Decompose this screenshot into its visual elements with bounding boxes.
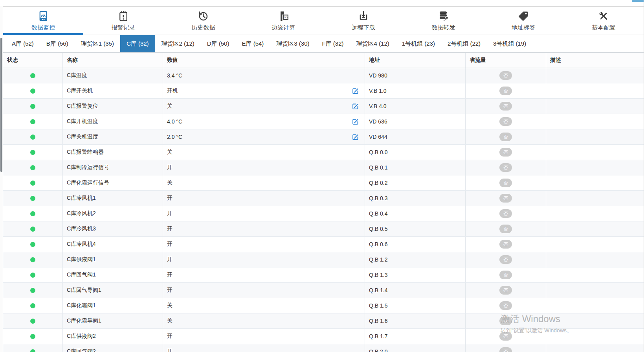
status-dot-green [30,135,35,140]
edit-value-icon[interactable] [352,88,359,94]
name-cell: C库关机温度 [63,129,163,144]
traffic-badge[interactable]: 否 [499,271,512,279]
edit-value-icon[interactable] [352,103,359,110]
traffic-badge[interactable]: 否 [499,301,512,310]
nav-item-3[interactable]: </> 边缘计算 [243,7,323,35]
tab-1[interactable]: B库 (56) [40,35,75,52]
data-points-table: 状态 名称 数值 地址 省流量 描述 C库温度 3.4 °C VD 980 否 … [3,52,644,352]
traffic-badge[interactable]: 否 [499,148,512,157]
traffic-badge[interactable]: 否 [499,71,512,80]
status-dot-green [30,150,35,155]
desc-cell [546,344,644,352]
traffic-badge[interactable]: 否 [499,102,512,111]
desc-cell [546,221,644,236]
traffic-badge[interactable]: 否 [499,209,512,218]
settings-tools-icon [598,10,609,22]
address-cell: V.B 1.0 [365,83,466,98]
address-cell: Q.B 0.4 [365,206,466,221]
status-dot-green [30,288,35,293]
tab-11[interactable]: 2号机组 (22) [441,35,487,52]
table-row: C库回气导阀1 开 Q.B 1.4 否 [3,283,644,298]
address-cell: Q.B 0.5 [365,221,466,236]
traffic-badge[interactable]: 否 [499,163,512,172]
name-cell: C库回气导阀1 [63,283,163,298]
status-dot-green [30,227,35,232]
alarm-log-icon [117,10,129,22]
nav-item-7[interactable]: 基本配置 [563,7,644,35]
header-value: 数值 [163,53,365,68]
left-scrollbar-thumb[interactable] [0,38,2,172]
nav-item-label: 数据转发 [432,24,455,31]
svg-text:</>: </> [283,16,288,19]
tab-3[interactable]: C库 (32) [120,35,155,52]
traffic-cell: 否 [466,237,546,252]
status-cell [3,283,63,298]
status-dot-green [30,119,35,124]
tab-2[interactable]: 理货区1 (35) [75,35,120,52]
tab-4[interactable]: 理货区2 (12) [155,35,201,52]
nav-item-1[interactable]: 报警记录 [83,7,163,35]
table-row: C库报警复位 关 V.B 4.0 否 [3,99,644,114]
traffic-cell: 否 [466,329,546,344]
status-cell [3,129,63,144]
traffic-badge[interactable]: 否 [499,117,512,126]
name-cell: C库制冷运行信号 [63,160,163,175]
value-text: 关 [167,149,172,156]
status-dot-green [30,242,35,247]
traffic-badge[interactable]: 否 [499,225,512,233]
desc-cell [546,68,644,83]
traffic-badge[interactable]: 否 [499,317,512,325]
tab-0[interactable]: A库 (52) [6,35,40,52]
value-cell: 2.0 °C [163,129,365,144]
tab-8[interactable]: F库 (32) [316,35,350,52]
status-cell [3,267,63,282]
value-text: 关 [167,302,172,309]
value-cell: 开 [163,344,365,352]
nav-item-4[interactable]: 远程下载 [323,7,404,35]
traffic-cell: 否 [466,68,546,83]
traffic-cell: 否 [466,298,546,313]
nav-item-label: 数据监控 [31,24,55,31]
name-cell: C库冷风机2 [63,206,163,221]
nav-item-label: 历史数据 [191,24,215,31]
desc-cell [546,160,644,175]
tab-9[interactable]: 理货区4 (12) [350,35,396,52]
tab-7[interactable]: 理货区3 (30) [270,35,316,52]
value-cell: 开 [163,267,365,282]
traffic-badge[interactable]: 否 [499,255,512,264]
value-text: 开 [167,348,172,352]
traffic-badge[interactable]: 否 [499,194,512,203]
traffic-badge[interactable]: 否 [499,87,512,95]
desc-cell [546,267,644,282]
tab-5[interactable]: D库 (50) [201,35,236,52]
desc-cell [546,145,644,160]
value-cell: 开 [163,329,365,344]
tab-label: 3号机组 (19) [493,40,526,48]
traffic-cell: 否 [466,83,546,98]
address-cell: Q.B 1.5 [365,298,466,313]
nav-item-label: 基本配置 [592,24,615,31]
traffic-badge[interactable]: 否 [499,347,512,352]
nav-item-0[interactable]: 数据监控 [3,7,83,35]
value-text: 开 [167,164,172,171]
tab-label: D库 (50) [207,40,229,48]
nav-item-2[interactable]: 历史数据 [163,7,244,35]
window-top-strip [3,0,644,7]
address-cell: Q.B 1.2 [365,252,466,267]
value-cell: 关 [163,298,365,313]
traffic-badge[interactable]: 否 [499,240,512,249]
value-text: 关 [167,103,172,110]
tab-6[interactable]: E库 (54) [235,35,270,52]
nav-item-5[interactable]: 数据转发 [404,7,484,35]
status-dot-green [30,88,35,94]
traffic-badge[interactable]: 否 [499,332,512,341]
tab-10[interactable]: 1号机组 (23) [396,35,441,52]
nav-item-6[interactable]: 地址标签 [484,7,564,35]
edit-value-icon[interactable] [352,118,359,125]
tab-12[interactable]: 3号机组 (19) [487,35,532,52]
traffic-badge[interactable]: 否 [499,133,512,141]
edit-value-icon[interactable] [352,134,359,140]
traffic-badge[interactable]: 否 [499,179,512,187]
traffic-badge[interactable]: 否 [499,286,512,295]
tab-label: 理货区2 (12) [161,40,194,48]
